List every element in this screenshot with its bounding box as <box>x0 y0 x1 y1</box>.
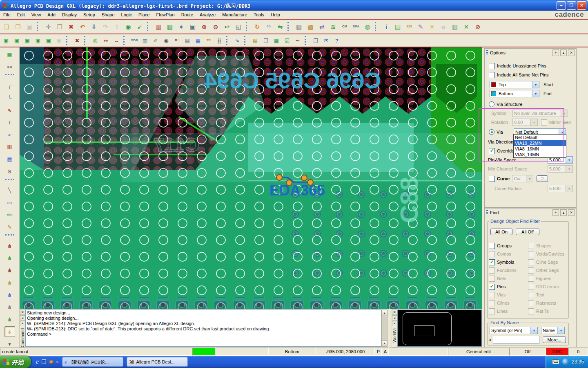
placement-edit-button[interactable]: ▣ <box>1 35 11 46</box>
menu-manufacture[interactable]: Manufacture <box>219 11 250 18</box>
testpoint-button[interactable]: TP <box>203 35 214 46</box>
menu-shape[interactable]: Shape <box>98 11 118 18</box>
curve-row[interactable]: Curve Cw ▼ ? <box>489 175 573 182</box>
online-drc-state[interactable]: Off <box>509 348 546 356</box>
curve-checkbox[interactable] <box>489 176 495 182</box>
via-option-via8_16mn[interactable]: VIA8_16MN <box>514 146 566 152</box>
cross-section-button[interactable]: ▥ <box>140 35 150 46</box>
menu-setup[interactable]: Setup <box>80 11 98 18</box>
pick-mode-a[interactable]: A <box>382 348 389 356</box>
viewport-rect[interactable] <box>414 325 434 336</box>
constraint-manager-button[interactable]: CM <box>339 21 350 32</box>
zoom-selection-button[interactable]: ◱ <box>233 21 244 32</box>
pin-note-button[interactable]: ➹ <box>134 21 145 32</box>
show-element-button[interactable]: i <box>381 21 392 32</box>
spacing-constraint-button[interactable]: ↦ <box>100 35 111 46</box>
checkbox[interactable] <box>489 72 495 78</box>
zoom-out-button[interactable]: ⊖ <box>210 21 221 32</box>
menu-file[interactable]: File <box>0 11 14 18</box>
chevron-more-icon[interactable]: » <box>56 359 58 364</box>
include-unassigned-pins[interactable]: Include Unassigned Pins <box>489 62 546 70</box>
keyboard-icon[interactable] <box>552 359 559 364</box>
close-icon[interactable]: ✕ <box>392 310 397 315</box>
redraw-button[interactable]: ↻ <box>252 21 263 32</box>
menu-place[interactable]: Place <box>135 11 153 18</box>
slide-tool-button[interactable]: ≀ <box>4 117 15 128</box>
help-button[interactable]: ? <box>332 35 342 46</box>
menu-add[interactable]: Add <box>44 11 59 18</box>
add-line-button[interactable]: ╲ <box>4 185 15 195</box>
start-layer-select[interactable]: Top ▼ <box>490 81 539 88</box>
via-option-via10_22mn[interactable]: VIA10_22MN <box>514 140 566 146</box>
minimize-button[interactable]: – <box>557 1 566 10</box>
create-fanout-button[interactable]: ⇓ <box>4 326 15 337</box>
via-option-net default[interactable]: Net Default <box>514 135 566 140</box>
pin-icon[interactable]: + <box>392 321 397 326</box>
delay-tune-button[interactable]: ∿ <box>4 105 15 115</box>
close-icon[interactable]: ✕ <box>568 49 575 56</box>
menu-edit[interactable]: Edit <box>14 11 28 18</box>
undo-button[interactable]: ↶ <box>77 21 88 32</box>
checklist-button[interactable]: ☑ <box>282 35 292 46</box>
hilight-sun-button[interactable]: ☀ <box>426 21 438 32</box>
pick-mode-p[interactable]: P <box>375 348 382 356</box>
dfa-update-button[interactable]: ◍ <box>362 21 373 32</box>
view-3d-button[interactable]: 3D <box>263 21 274 32</box>
done-button[interactable]: ⇩ <box>88 21 100 32</box>
checkbox[interactable] <box>489 63 495 69</box>
edit-text-button[interactable]: ✎ <box>4 222 15 232</box>
rat-delete-button[interactable]: ⋔ <box>4 265 15 276</box>
probe-tool-button[interactable]: ⊶ <box>4 61 15 72</box>
start-button[interactable]: 开始 <box>0 356 31 368</box>
zoom-fit-button[interactable]: ▣ <box>187 21 198 32</box>
new-drawing-button[interactable]: ❏ <box>1 21 12 32</box>
name-mode-select[interactable]: Name ▼ <box>541 327 565 334</box>
pin-icon[interactable]: + <box>20 321 25 326</box>
show-constraints-button[interactable]: ◎ <box>90 35 100 46</box>
route-keepin-button[interactable]: └ <box>4 92 15 103</box>
copy-tool-button[interactable]: ❐ <box>54 21 65 32</box>
find-name-input[interactable] <box>493 336 539 344</box>
window-icon[interactable]: ❐ <box>41 359 47 365</box>
find-header[interactable]: Find + ▴ ✕ <box>485 209 576 217</box>
delete-tool-button[interactable]: ✖ <box>65 21 77 32</box>
add-connect-button[interactable]: ┌ <box>4 80 15 91</box>
pad-array-button[interactable]: ⣿ <box>214 35 225 46</box>
send-mail-button[interactable]: ✉ <box>321 35 332 46</box>
app-shortcut-icon[interactable]: ✺ <box>49 359 54 365</box>
menu-logic[interactable]: Logic <box>118 11 135 18</box>
rat-doc-button[interactable]: ⋔ <box>4 302 15 312</box>
menu-analyze[interactable]: Analyze <box>196 11 219 18</box>
unplace-component-button[interactable]: ✖ <box>72 35 82 46</box>
zoom-points-button[interactable]: ⌖ <box>176 21 187 32</box>
snapshot-button[interactable]: ◉ <box>161 35 172 46</box>
menu-view[interactable]: View <box>28 11 45 18</box>
curve-help-button[interactable]: ? <box>537 175 548 182</box>
via-option-via8_14mn[interactable]: VIA8_14MN <box>514 152 566 157</box>
pin-icon[interactable]: + <box>552 209 559 216</box>
override-checkbox[interactable] <box>489 148 495 154</box>
placement-copy-button[interactable]: ▣ <box>11 35 22 46</box>
via-structure-radio[interactable]: Via Structure <box>489 101 522 108</box>
checkbox[interactable] <box>489 259 495 265</box>
close-button[interactable]: ✕ <box>577 1 586 10</box>
menu-help[interactable]: Help <box>267 11 283 18</box>
shape-polygon-button[interactable]: ▣ <box>43 35 54 46</box>
swap-layers-button[interactable]: ⇄ <box>316 21 327 32</box>
all-off-button[interactable]: All Off <box>516 229 539 235</box>
active-layer[interactable]: Bottom <box>269 348 316 356</box>
board-outline-button[interactable]: ▣ <box>33 35 43 46</box>
grid-toggle-button[interactable]: ▦ <box>293 21 305 32</box>
move-tool-button[interactable]: ✛ <box>42 21 54 32</box>
options-header[interactable]: Options + ▴ ✕ <box>485 49 576 57</box>
rat-edit-button[interactable]: ⋔ <box>4 277 15 288</box>
reports-button[interactable]: ▤ <box>182 35 193 46</box>
design-tools-button[interactable]: ✐ <box>150 35 161 46</box>
markup-pen-button[interactable]: ✒ <box>292 35 303 46</box>
task-button-browser[interactable]: e 【新提醒】PCB论... <box>62 357 123 367</box>
rat-net-button[interactable]: ⋔ <box>4 314 15 325</box>
no-pick-button[interactable]: ⊘ <box>472 21 483 32</box>
odb-export-button[interactable]: ODB <box>129 35 140 46</box>
net-topology-button[interactable]: ∿ <box>232 35 243 46</box>
color-dialog-button[interactable]: ▩ <box>305 21 316 32</box>
